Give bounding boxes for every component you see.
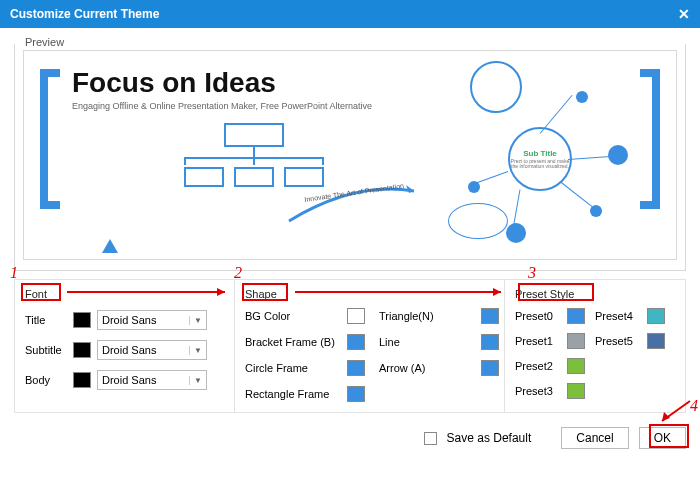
ok-button[interactable]: OK: [639, 427, 686, 449]
preset-panel-title: Preset Style: [515, 288, 574, 300]
bracket-color-swatch[interactable]: [347, 334, 365, 350]
rect-color-swatch[interactable]: [347, 386, 365, 402]
preset5[interactable]: Preset5: [595, 333, 665, 349]
mind-map-icon: Sub Title Prezi to present and make the …: [448, 63, 628, 243]
font-panel-title: Font: [25, 288, 47, 300]
font-row-title: Title Droid Sans ▼: [25, 310, 224, 330]
save-default-checkbox[interactable]: [424, 432, 437, 445]
title-font-dropdown[interactable]: Droid Sans ▼: [97, 310, 207, 330]
mind-center-sub: Prezi to present and make the informatio…: [510, 159, 570, 169]
body-color-swatch[interactable]: [73, 372, 91, 388]
dialog-title: Customize Current Theme: [10, 7, 159, 21]
preview-headline: Focus on Ideas: [72, 67, 436, 99]
preview-subhead: Engaging Offline & Online Presentation M…: [72, 101, 436, 111]
bg-color-swatch[interactable]: [347, 308, 365, 324]
font-panel: Font Title Droid Sans ▼ Subtitle Droid S…: [15, 280, 235, 412]
save-default-label: Save as Default: [447, 431, 532, 445]
body-font-dropdown[interactable]: Droid Sans ▼: [97, 370, 207, 390]
preset3[interactable]: Preset3: [515, 383, 585, 399]
preview-canvas: Focus on Ideas Engaging Offline & Online…: [23, 50, 677, 260]
title-bar: Customize Current Theme ✕: [0, 0, 700, 28]
preset4[interactable]: Preset4: [595, 308, 665, 324]
dialog-footer: Save as Default Cancel OK 4: [0, 419, 700, 457]
shape-panel: Shape BG Color Bracket Frame (B) Circle …: [235, 280, 505, 412]
line-color-swatch[interactable]: [481, 334, 499, 350]
chevron-down-icon: ▼: [189, 316, 202, 325]
font-row-subtitle: Subtitle Droid Sans ▼: [25, 340, 224, 360]
arrow-color-swatch[interactable]: [481, 360, 499, 376]
preview-left: Focus on Ideas Engaging Offline & Online…: [72, 63, 436, 187]
bracket-left-icon: [40, 69, 60, 209]
preset1[interactable]: Preset1: [515, 333, 585, 349]
chevron-down-icon: ▼: [189, 376, 202, 385]
preset-panel: Preset Style Preset0 Preset1 Preset2 Pre…: [505, 280, 685, 412]
close-icon[interactable]: ✕: [678, 6, 690, 22]
triangle-icon: [102, 239, 118, 253]
triangle-color-swatch[interactable]: [481, 308, 499, 324]
font-label: Subtitle: [25, 344, 67, 356]
bracket-right-icon: [640, 69, 660, 209]
content-area: Focus on Ideas Engaging Offline & Online…: [0, 28, 700, 419]
title-color-swatch[interactable]: [73, 312, 91, 328]
subtitle-font-dropdown[interactable]: Droid Sans ▼: [97, 340, 207, 360]
font-label: Title: [25, 314, 67, 326]
font-label: Body: [25, 374, 67, 386]
mind-center-title: Sub Title: [523, 149, 557, 158]
preview-group: Focus on Ideas Engaging Offline & Online…: [14, 44, 686, 271]
preset0[interactable]: Preset0: [515, 308, 585, 324]
micro-ellipse-icon: [448, 203, 508, 239]
shape-panel-title: Shape: [245, 288, 277, 300]
preset2[interactable]: Preset2: [515, 358, 585, 374]
font-row-body: Body Droid Sans ▼: [25, 370, 224, 390]
settings-panels: Font Title Droid Sans ▼ Subtitle Droid S…: [14, 279, 686, 413]
subtitle-color-swatch[interactable]: [73, 342, 91, 358]
cancel-button[interactable]: Cancel: [561, 427, 628, 449]
circle-color-swatch[interactable]: [347, 360, 365, 376]
chevron-down-icon: ▼: [189, 346, 202, 355]
